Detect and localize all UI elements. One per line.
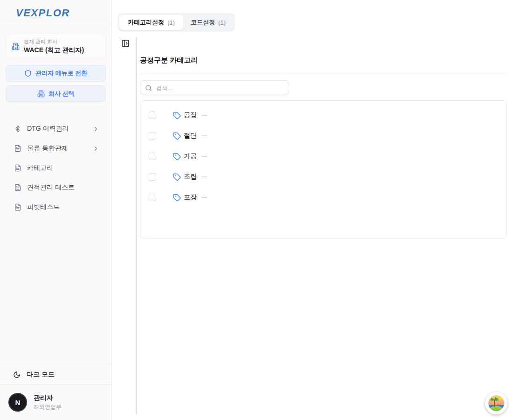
category-row: 가공 (140, 146, 506, 167)
avatar: N (8, 393, 27, 412)
tag-icon (173, 194, 181, 202)
category-checkbox[interactable] (149, 173, 156, 181)
section-title: 공정구분 카테고리 (140, 56, 507, 65)
sidebar: VEXPLOR 현재 관리 회사 WACE (최고 관리자) 관리자 메뉴로 전… (0, 0, 112, 420)
company-select-button[interactable]: 회사 선택 (6, 85, 106, 102)
moon-icon (13, 371, 21, 378)
user-department: 해외영업부 (34, 403, 62, 411)
company-card-label: 현재 관리 회사 (24, 38, 84, 45)
sidebar-nav-item[interactable]: 피벗테스트 (0, 197, 111, 217)
category-row: 공정 (140, 105, 506, 126)
document-icon (14, 164, 21, 172)
tag-icon (173, 173, 181, 181)
current-company-card[interactable]: 현재 관리 회사 WACE (최고 관리자) (6, 34, 106, 59)
admin-menu-switch-label: 관리자 메뉴로 전환 (35, 69, 87, 77)
user-profile[interactable]: N 관리자 해외영업부 (0, 385, 111, 420)
category-row: 절단 (140, 126, 506, 146)
category-row: 포장 (140, 187, 506, 208)
document-icon (14, 203, 21, 211)
row-dash (201, 197, 207, 198)
sidebar-nav-item[interactable]: 물류 통합관제 (0, 139, 111, 158)
category-label[interactable]: 포장 (184, 193, 197, 202)
sidebar-nav-item-label: DTG 이력관리 (27, 125, 87, 133)
sidebar-nav: DTG 이력관리 물류 통합관제 카테고리 (0, 119, 111, 365)
logo-area: VEXPLOR (0, 0, 111, 26)
bluetooth-icon (14, 125, 21, 133)
company-name: WACE (최고 관리자) (24, 46, 84, 55)
row-dash (201, 156, 207, 157)
category-content: 공정구분 카테고리 공정 절단 (140, 0, 507, 238)
search-icon (145, 84, 152, 91)
dark-mode-toggle[interactable]: 다크 모드 (0, 365, 111, 385)
search-input[interactable] (156, 84, 284, 91)
category-search (140, 80, 289, 95)
tag-icon (173, 153, 181, 161)
category-label[interactable]: 가공 (184, 152, 197, 161)
shield-icon (24, 70, 32, 77)
tag-icon (173, 112, 181, 119)
document-icon (14, 184, 21, 191)
main-area: 카테고리설정 (1) 코드설정 (1) 공정구분 카테고리 공정 (112, 0, 513, 420)
row-dash (201, 135, 207, 136)
chevron-right-icon (92, 126, 99, 133)
vexplor-logo[interactable]: VEXPLOR (16, 7, 70, 19)
building-icon (12, 42, 20, 50)
sidebar-nav-item-label: 물류 통합관제 (27, 144, 87, 153)
category-row: 조립 (140, 167, 506, 187)
admin-menu-switch-button[interactable]: 관리자 메뉴로 전환 (6, 65, 106, 82)
building-icon (37, 90, 45, 98)
document-icon (14, 145, 21, 152)
content-vertical-divider (136, 37, 137, 414)
row-dash (201, 115, 207, 116)
category-list-panel: 공정 절단 가공 (140, 100, 507, 238)
chevron-right-icon (92, 145, 99, 152)
sidebar-nav-item[interactable]: 카테고리 (0, 158, 111, 178)
category-checkbox[interactable] (149, 194, 156, 201)
category-label[interactable]: 조립 (184, 173, 197, 181)
company-select-label: 회사 선택 (49, 90, 75, 98)
sidebar-nav-item-label: 견적관리 테스트 (27, 183, 87, 192)
category-label[interactable]: 절단 (184, 132, 197, 140)
sidebar-nav-item[interactable]: 견적관리 테스트 (0, 178, 111, 197)
tag-icon (173, 132, 181, 140)
sidebar-nav-item-label: 피벗테스트 (27, 203, 87, 211)
island-widget-icon[interactable] (485, 392, 507, 414)
sidebar-nav-item[interactable]: DTG 이력관리 (0, 119, 111, 139)
panel-left-open-icon[interactable] (121, 39, 130, 48)
user-name: 관리자 (34, 394, 62, 402)
category-checkbox[interactable] (149, 132, 156, 140)
category-checkbox[interactable] (149, 153, 156, 160)
row-dash (201, 176, 207, 177)
dark-mode-label: 다크 모드 (27, 371, 55, 379)
title-divider (140, 74, 507, 74)
sidebar-nav-item-label: 카테고리 (27, 164, 87, 172)
category-checkbox[interactable] (149, 112, 156, 119)
category-label[interactable]: 공정 (184, 111, 197, 119)
